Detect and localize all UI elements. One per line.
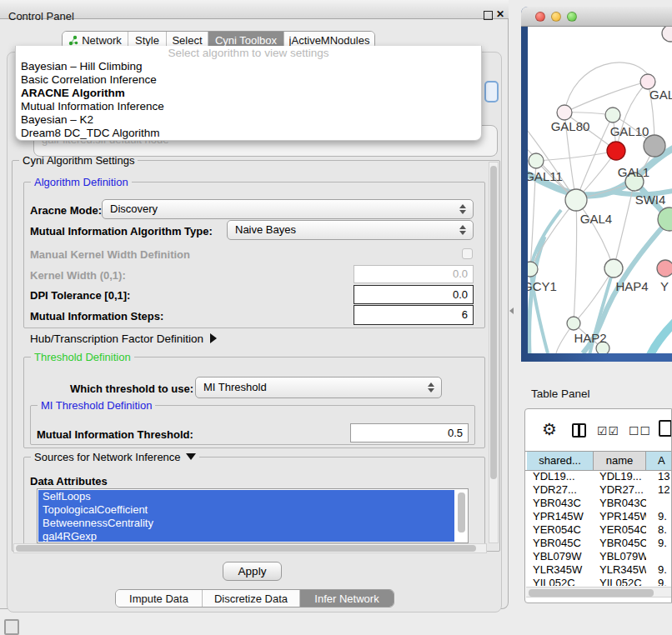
label-hap2: HAP2 [574,331,606,345]
table-row[interactable]: YBL079WYBL079W [527,550,672,563]
table-panel: ⚙ ☑☑ ☐☐ shared... name A YDL19...YDL19..… [524,408,672,603]
vertical-scrollbar-thumb[interactable] [490,166,497,479]
horizontal-scrollbar-thumb[interactable] [16,545,476,552]
table-row-partial[interactable]: YIL052CYIL052C9. [527,577,672,586]
settings-vertical-scrollbar[interactable] [489,162,499,543]
table-scrollbar-thumb[interactable] [529,589,654,597]
attribute-item[interactable]: SelfLoops [38,490,454,503]
panel-divider-handle[interactable] [509,308,514,314]
node-gal11[interactable] [529,153,544,168]
focused-stepper-fragment[interactable] [484,81,499,102]
hub-expander[interactable]: Hub/Transcription Factor Definition [30,332,217,345]
expander-right-icon [210,333,217,343]
label-swi4: SWI4 [635,192,666,207]
expander-down-icon [186,453,196,460]
aracne-mode-combo[interactable]: Discovery [102,199,474,219]
tab-infer-network[interactable]: Infer Network [300,590,394,607]
close-traffic-light[interactable] [535,12,545,22]
table-panel-title: Table Panel [531,388,590,400]
settings-horizontal-scrollbar[interactable] [13,543,487,553]
group-title: MI Threshold Definition [38,399,155,412]
table-row[interactable]: YDR27...YDR27...12 [527,483,672,497]
algorithm-option[interactable]: Bayesian – K2 [16,113,481,127]
page-icon[interactable] [659,420,672,437]
mi-type-value: Naive Bayes [235,221,296,239]
column-header-name[interactable]: name [594,452,646,470]
algorithm-option[interactable]: Basic Correlation Inference [16,73,481,87]
node-pink-right[interactable] [657,260,672,277]
mi-steps-label: Mutual Information Steps: [30,310,163,322]
zoom-traffic-light[interactable] [567,12,577,22]
data-attributes-list[interactable]: SelfLoops TopologicalCoefficient Between… [37,488,469,543]
table-row[interactable]: YER054CYER054C8. [527,523,672,537]
node-gcy1[interactable] [528,262,538,277]
minimized-panel-icon[interactable] [4,619,19,635]
list-scrollbar-thumb[interactable] [458,492,465,532]
attribute-item[interactable]: gal4RGexp [38,530,454,543]
mi-steps-field[interactable]: 6 [354,305,474,325]
table-row[interactable]: YDL19...YDL19...13 [527,470,672,483]
columns-icon[interactable] [572,423,586,438]
node-hap2[interactable] [567,317,580,330]
kernel-width-label: Kernel Width (0,1): [30,269,126,282]
desktop: { "colors": { "accent_blue": "#2121DE", … [0,0,672,635]
which-threshold-label: Which threshold to use: [70,382,193,395]
node-partial-top[interactable] [662,27,672,42]
manual-kernel-checkbox[interactable] [462,248,473,259]
network-canvas[interactable]: GAL GAL80 GAL10 GAL1 GAL11 SWI4 GAL4 GCY… [528,27,672,353]
aracne-mode-label: Aracne Mode: [30,204,102,217]
tab-discretize-data[interactable]: Discretize Data [203,590,300,607]
table-horizontal-scrollbar[interactable] [526,587,672,598]
sources-title[interactable]: Sources for Network Inference [31,451,199,463]
minimize-traffic-light[interactable] [551,12,561,22]
float-window-icon[interactable] [484,11,493,20]
node-gal80[interactable] [557,105,572,120]
mi-threshold-field[interactable]: 0.5 [350,423,469,442]
which-threshold-value: MI Threshold [203,378,267,398]
table-row[interactable]: YBR045CYBR045C9. [527,537,672,550]
tab-impute-data[interactable]: Impute Data [116,590,203,607]
stepper-icon [459,224,466,236]
algorithm-option[interactable]: Mutual Information Inference [16,100,481,113]
control-panel-titlebar[interactable] [0,0,509,19]
algorithm-option[interactable]: Dream8 DC_TDC Algorithm [16,127,481,140]
label-gal-top: GAL [649,88,672,102]
apply-button[interactable]: Apply [223,562,282,581]
attribute-item[interactable]: TopologicalCoefficient [38,503,454,517]
which-threshold-combo[interactable]: MI Threshold [195,377,442,398]
group-title: Algorithm Definition [31,176,132,188]
dpi-tolerance-field[interactable]: 0.0 [354,285,474,304]
label-gal11: GAL11 [528,169,563,183]
table-row[interactable]: YLR345WYLR345W9. [527,563,672,577]
dpi-tolerance-label: DPI Tolerance [0,1]: [30,289,130,302]
close-icon[interactable]: ✕ [496,8,504,20]
algorithm-option[interactable]: Bayesian – Hill Climbing [16,60,481,73]
bottom-tabbar: Impute Data Discretize Data Infer Networ… [115,589,394,608]
gear-icon[interactable]: ⚙ [542,421,557,438]
table-header: shared... name A [525,451,672,471]
node-gal10[interactable] [605,108,620,122]
selected-attributes: SelfLoops TopologicalCoefficient Between… [38,490,454,542]
column-header-shared[interactable]: shared... [527,452,594,470]
stepper-icon [459,203,466,215]
column-header-partial[interactable]: A [646,452,672,470]
table-row[interactable]: YPR145WYPR145W9. [527,510,672,523]
popup-placeholder: Select algorithm to view settings [16,46,481,60]
table-row[interactable]: YBR043CYBR043C [527,497,672,510]
attribute-item[interactable]: BetweennessCentrality [38,517,454,530]
network-window-titlebar[interactable] [521,7,672,27]
unchecked-checkboxes-icon[interactable]: ☐☐ [629,424,651,438]
node-gal1-red[interactable] [607,142,625,160]
label-gal80: GAL80 [551,119,590,133]
mi-threshold-label: Mutual Information Threshold: [37,428,193,441]
kernel-width-field[interactable]: 0.0 [354,265,474,283]
node-labels: GAL GAL80 GAL10 GAL1 GAL11 SWI4 GAL4 GCY… [528,88,672,345]
thin-edges [528,62,654,353]
checked-checkboxes-icon[interactable]: ☑☑ [597,424,619,438]
mi-type-combo[interactable]: Naive Bayes [227,220,474,240]
network-graph: GAL GAL80 GAL10 GAL1 GAL11 SWI4 GAL4 GCY… [528,27,672,353]
node-hap4[interactable] [604,259,623,278]
algorithm-option-aracne[interactable]: ARACNE Algorithm [16,87,481,100]
aracne-mode-value: Discovery [110,200,158,218]
node-gal4[interactable] [565,189,587,211]
